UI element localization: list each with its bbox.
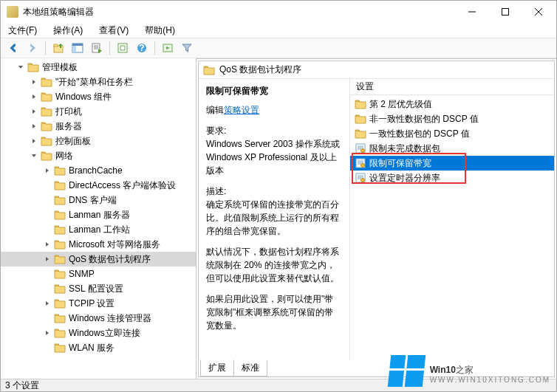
tree-item[interactable]: DirectAccess 客户端体验设 <box>1 178 196 193</box>
tree-label: 控制面板 <box>55 135 91 148</box>
tree-item[interactable]: 服务器 <box>1 119 196 134</box>
menu-file[interactable]: 文件(F) <box>4 23 41 38</box>
tree-item[interactable]: BranchCache <box>1 163 196 178</box>
tree-item[interactable]: SNMP <box>1 267 196 281</box>
settings-header[interactable]: 设置 <box>350 79 554 95</box>
edit-policy-link[interactable]: 策略设置 <box>224 105 259 115</box>
tree-panel[interactable]: 管理模板"开始"菜单和任务栏Windows 组件打印机服务器控制面板网络Bran… <box>1 58 197 379</box>
tree-label: SNMP <box>69 269 95 279</box>
tree-root[interactable]: 管理模板 <box>1 60 196 75</box>
expander-icon <box>42 283 52 294</box>
setting-item[interactable]: 非一致性数据包的 DSCP 值 <box>350 111 554 126</box>
folder-icon <box>41 121 52 131</box>
tree-item[interactable]: Windows 连接管理器 <box>1 311 196 326</box>
tree-label: 网络 <box>55 150 73 162</box>
menu-action[interactable]: 操作(A) <box>49 23 87 38</box>
svg-point-17 <box>361 149 365 153</box>
menubar: 文件(F) 操作(A) 查看(V) 帮助(H) <box>1 23 556 38</box>
toolbar: ? <box>1 38 556 58</box>
maximize-button[interactable] <box>488 1 522 23</box>
folder-icon <box>54 254 66 264</box>
up-button[interactable] <box>50 40 66 56</box>
expander-icon[interactable] <box>29 121 39 131</box>
requirements-text: Windows Server 2003 操作系统或 Windows XP Pro… <box>206 139 340 176</box>
expander-icon[interactable] <box>42 254 52 264</box>
tree-item[interactable]: 控制面板 <box>1 134 196 148</box>
tree-item[interactable]: Lanman 服务器 <box>1 207 196 222</box>
status-text: 3 个设置 <box>5 379 39 392</box>
tree-label: BranchCache <box>69 165 123 176</box>
filter-button[interactable] <box>179 40 195 56</box>
expander-icon[interactable] <box>42 298 52 309</box>
expander-icon <box>42 269 52 279</box>
setting-item[interactable]: 限制未完成数据包 <box>350 141 554 156</box>
setting-item[interactable]: 设置定时器分辨率 <box>350 171 554 185</box>
tree-label: Lanman 服务器 <box>69 209 130 221</box>
expander-icon <box>42 210 52 220</box>
right-panel: QoS 数据包计划程序 限制可保留带宽 编辑策略设置 要求:Windows Se… <box>197 58 556 379</box>
toolbar-separator <box>109 41 110 55</box>
expander-icon[interactable] <box>42 239 52 250</box>
expander-icon <box>42 180 52 190</box>
menu-view[interactable]: 查看(V) <box>95 23 133 38</box>
tab-extended[interactable]: 扩展 <box>200 360 234 376</box>
tree-label: QoS 数据包计划程序 <box>69 253 151 266</box>
tree-item[interactable]: Microsoft 对等网络服务 <box>1 237 196 252</box>
folder-icon <box>355 98 366 110</box>
expander-icon[interactable] <box>29 136 39 146</box>
expander-icon[interactable] <box>29 92 39 102</box>
folder-icon <box>54 343 66 353</box>
folder-icon <box>54 328 66 338</box>
menu-help[interactable]: 帮助(H) <box>140 23 180 38</box>
tree-item[interactable]: TCPIP 设置 <box>1 296 196 311</box>
expander-icon[interactable] <box>29 151 39 161</box>
panel-title: QoS 数据包计划程序 <box>219 63 301 76</box>
forward-button[interactable] <box>24 40 41 56</box>
svg-rect-4 <box>54 44 58 47</box>
tree-item[interactable]: Lanman 工作站 <box>1 222 196 237</box>
tree-item[interactable]: SSL 配置设置 <box>1 281 196 296</box>
minimize-button[interactable] <box>455 1 488 23</box>
tree-label: TCPIP 设置 <box>69 298 115 310</box>
panel-header: QoS 数据包计划程序 <box>199 61 554 79</box>
policy-icon <box>355 157 366 169</box>
description-label: 描述: <box>206 186 226 196</box>
folder-icon <box>355 128 366 140</box>
setting-item[interactable]: 一致性数据包的 DSCP 值 <box>350 126 554 141</box>
export-list-button[interactable] <box>89 40 105 56</box>
show-hide-tree-button[interactable] <box>69 40 86 56</box>
action-button[interactable] <box>160 40 176 56</box>
description-column: 限制可保留带宽 编辑策略设置 要求:Windows Server 2003 操作… <box>199 79 350 360</box>
tree-label: Windows立即连接 <box>69 327 140 340</box>
expander-icon[interactable] <box>29 77 39 87</box>
folder-icon <box>54 313 66 323</box>
setting-item-selected[interactable]: 限制可保留带宽 <box>350 156 554 171</box>
tree-item[interactable]: Windows立即连接 <box>1 326 196 340</box>
svg-rect-8 <box>72 44 83 46</box>
folder-icon <box>54 239 66 250</box>
refresh-button[interactable] <box>115 40 131 56</box>
tree-item[interactable]: DNS 客户端 <box>1 193 196 207</box>
back-button[interactable] <box>5 40 21 56</box>
tree-network[interactable]: 网络 <box>1 148 196 163</box>
folder-icon <box>54 269 66 279</box>
tree-item[interactable]: "开始"菜单和任务栏 <box>1 75 196 89</box>
windows-logo-icon <box>387 355 426 387</box>
tree-label: 打印机 <box>55 106 82 118</box>
expander-icon[interactable] <box>29 106 39 117</box>
help-button[interactable]: ? <box>134 40 150 56</box>
expander-icon[interactable] <box>16 62 26 72</box>
close-button[interactable] <box>522 1 555 23</box>
expander-icon[interactable] <box>42 328 52 338</box>
tree-item[interactable]: 打印机 <box>1 104 196 119</box>
tree-item[interactable]: Windows 组件 <box>1 89 196 104</box>
tree-item[interactable]: WLAN 服务 <box>1 340 196 355</box>
tree-item-qos[interactable]: QoS 数据包计划程序 <box>1 252 196 267</box>
window-title: 本地组策略编辑器 <box>23 6 455 18</box>
expander-icon[interactable] <box>42 165 52 176</box>
setting-item[interactable]: 第 2 层优先级值 <box>350 97 554 111</box>
folder-icon <box>54 224 66 235</box>
folder-icon <box>54 195 66 205</box>
tab-standard[interactable]: 标准 <box>233 360 267 376</box>
svg-marker-2 <box>30 44 35 52</box>
